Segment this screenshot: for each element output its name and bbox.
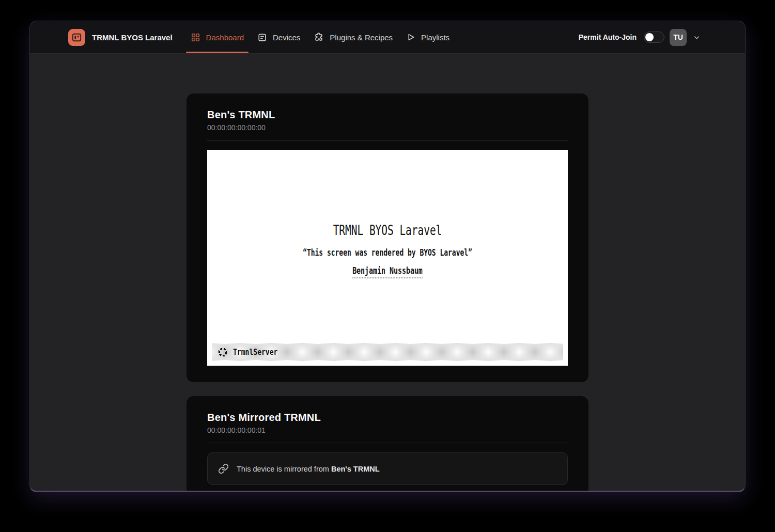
device-logo-glyph bbox=[71, 32, 82, 43]
device-list-icon bbox=[257, 33, 267, 42]
device-mac-address: 00:00:00:00:00:01 bbox=[207, 426, 568, 435]
screen-quote: “This screen was rendered by BYOS Larave… bbox=[258, 247, 518, 258]
trmnl-logo-icon[interactable] bbox=[68, 29, 85, 46]
tab-label: Playlists bbox=[421, 33, 450, 42]
link-icon bbox=[218, 463, 229, 474]
tab-dashboard[interactable]: Dashboard bbox=[184, 21, 251, 53]
tab-label: Dashboard bbox=[206, 33, 244, 42]
dashboard-content: Ben's TRMNL 00:00:00:00:00:00 TRMNL BYOS… bbox=[30, 54, 745, 492]
top-navbar: TRMNL BYOS Laravel Dashboard bbox=[30, 21, 745, 54]
toggle-knob bbox=[645, 33, 654, 41]
device-name: Ben's Mirrored TRMNL bbox=[207, 411, 568, 424]
screen-status-label: TrmnlServer bbox=[233, 348, 277, 357]
app-window: TRMNL BYOS Laravel Dashboard bbox=[29, 21, 746, 492]
mirror-note-prefix: This device is mirrored from bbox=[237, 465, 331, 473]
device-name: Ben's TRMNL bbox=[207, 108, 568, 121]
screen-author-link: Benjamin Nussbaum bbox=[352, 265, 423, 278]
navbar-left: TRMNL BYOS Laravel Dashboard bbox=[68, 21, 456, 53]
device-card-bens-trmnl: Ben's TRMNL 00:00:00:00:00:00 TRMNL BYOS… bbox=[187, 93, 588, 382]
permit-auto-join-toggle[interactable] bbox=[644, 32, 664, 43]
play-icon bbox=[406, 33, 415, 42]
chevron-down-icon[interactable] bbox=[693, 34, 701, 41]
tab-plugins-recipes[interactable]: Plugins & Recipes bbox=[307, 21, 399, 53]
puzzle-icon bbox=[314, 32, 324, 42]
device-screen-preview: TRMNL BYOS Laravel “This screen was rend… bbox=[207, 150, 568, 366]
mirror-source-name: Ben's TRMNL bbox=[331, 465, 380, 473]
tab-playlists[interactable]: Playlists bbox=[399, 21, 456, 53]
mirrored-device-text: This device is mirrored from Ben's TRMNL bbox=[237, 465, 380, 473]
device-card-bens-mirrored-trmnl: Ben's Mirrored TRMNL 00:00:00:00:00:01 T… bbox=[187, 396, 588, 492]
desktop-background: TRMNL BYOS Laravel Dashboard bbox=[0, 0, 775, 532]
device-mac-address: 00:00:00:00:00:00 bbox=[207, 123, 568, 133]
main-nav-tabs: Dashboard Devices Pl bbox=[184, 21, 457, 53]
divider bbox=[207, 443, 568, 443]
grid-icon bbox=[191, 33, 200, 42]
screen-author-row: Benjamin Nussbaum bbox=[247, 265, 528, 278]
tab-devices[interactable]: Devices bbox=[251, 21, 307, 53]
tab-label: Devices bbox=[273, 33, 300, 42]
permit-auto-join-label: Permit Auto-Join bbox=[579, 33, 637, 41]
tab-label: Plugins & Recipes bbox=[330, 33, 393, 42]
screen-status-bar: TrmnlServer bbox=[212, 343, 563, 361]
brand-title: TRMNL BYOS Laravel bbox=[92, 33, 173, 42]
divider bbox=[207, 140, 568, 140]
avatar[interactable]: TU bbox=[670, 29, 687, 46]
screen-title: TRMNL BYOS Laravel bbox=[258, 222, 518, 238]
mirrored-device-notice: This device is mirrored from Ben's TRMNL bbox=[207, 452, 568, 485]
navbar-right: Permit Auto-Join TU bbox=[579, 21, 701, 53]
spinner-icon bbox=[218, 347, 228, 357]
